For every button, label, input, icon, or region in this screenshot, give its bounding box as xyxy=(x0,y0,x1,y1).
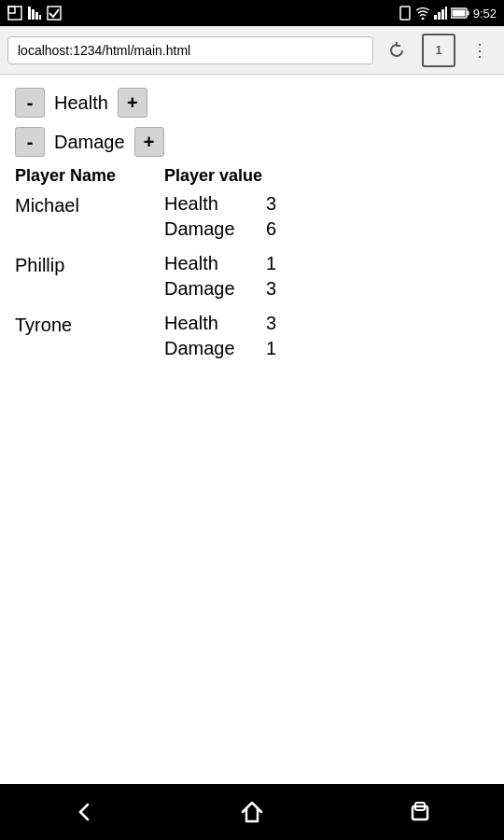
players-table: MichaelHealth3Damage6PhillipHealth1Damag… xyxy=(15,193,489,359)
col-name-header: Player Name xyxy=(15,166,164,186)
stat-value: 1 xyxy=(248,253,276,274)
player-name: Michael xyxy=(15,193,164,217)
status-bar: 9:52 xyxy=(0,0,504,26)
reload-button[interactable] xyxy=(381,34,414,67)
svg-rect-9 xyxy=(434,15,437,20)
signal-icon xyxy=(434,7,447,20)
svg-rect-5 xyxy=(39,15,41,20)
svg-rect-12 xyxy=(445,7,447,20)
stat-row: Damage1 xyxy=(164,338,276,359)
status-right-icons: 9:52 xyxy=(399,6,497,21)
player-stats: Health1Damage3 xyxy=(164,253,276,300)
stat-value: 6 xyxy=(248,218,276,240)
player-stats: Health3Damage6 xyxy=(164,193,276,240)
health-plus-button[interactable]: + xyxy=(118,88,147,118)
menu-button[interactable]: ⋮ xyxy=(463,34,497,67)
stat-type: Damage xyxy=(164,278,248,300)
status-left-icons xyxy=(7,6,62,21)
damage-minus-button[interactable]: - xyxy=(15,127,45,157)
stat-type: Health xyxy=(164,313,248,334)
battery-icon xyxy=(451,7,469,19)
svg-rect-3 xyxy=(32,9,35,20)
stat-row: Health3 xyxy=(164,193,276,215)
recents-button[interactable] xyxy=(407,799,433,825)
wifi-icon xyxy=(415,7,430,20)
damage-counter-row: - Damage + xyxy=(15,127,489,157)
stat-type: Damage xyxy=(164,338,248,359)
player-row: TyroneHealth3Damage1 xyxy=(15,313,489,359)
main-content: - Health + - Damage + Player Name Player… xyxy=(0,75,504,385)
checkbox-icon xyxy=(47,6,62,21)
stat-row: Health3 xyxy=(164,313,276,334)
stat-type: Health xyxy=(164,193,248,215)
damage-plus-button[interactable]: + xyxy=(134,127,164,157)
player-stats: Health3Damage1 xyxy=(164,313,276,359)
svg-point-8 xyxy=(421,18,424,21)
url-bar[interactable]: localhost:1234/html/main.html xyxy=(7,36,373,64)
stat-value: 1 xyxy=(248,338,276,359)
browser-bar: localhost:1234/html/main.html 1 ⋮ xyxy=(0,26,504,75)
damage-label: Damage xyxy=(54,132,125,153)
svg-rect-10 xyxy=(438,12,441,20)
bars-icon xyxy=(28,6,41,21)
stat-type: Damage xyxy=(164,218,248,240)
player-row: PhillipHealth1Damage3 xyxy=(15,253,489,300)
svg-rect-14 xyxy=(467,11,469,16)
svg-rect-15 xyxy=(452,10,465,17)
home-icon xyxy=(239,799,265,825)
table-header: Player Name Player value xyxy=(15,166,489,186)
svg-rect-2 xyxy=(28,7,31,20)
health-counter-row: - Health + xyxy=(15,88,489,118)
recents-icon xyxy=(407,799,433,825)
stat-type: Health xyxy=(164,253,248,274)
stat-value: 3 xyxy=(248,313,276,334)
player-row: MichaelHealth3Damage6 xyxy=(15,193,489,240)
reload-icon xyxy=(388,41,407,60)
col-value-header: Player value xyxy=(164,166,262,186)
health-minus-button[interactable]: - xyxy=(15,88,45,118)
svg-rect-7 xyxy=(400,7,410,20)
player-name: Tyrone xyxy=(15,313,164,336)
stat-value: 3 xyxy=(248,278,276,300)
stat-row: Health1 xyxy=(164,253,276,274)
back-button[interactable] xyxy=(71,799,97,825)
back-icon xyxy=(71,799,97,825)
svg-rect-11 xyxy=(441,9,444,20)
phone-icon xyxy=(399,6,412,21)
health-label: Health xyxy=(54,92,108,114)
bottom-nav xyxy=(0,784,504,840)
player-name: Phillip xyxy=(15,253,164,276)
svg-rect-1 xyxy=(8,7,15,13)
stat-value: 3 xyxy=(248,193,276,215)
svg-rect-4 xyxy=(35,12,38,20)
stat-row: Damage3 xyxy=(164,278,276,300)
home-button[interactable] xyxy=(239,799,265,825)
gallery-icon xyxy=(7,6,22,21)
stat-row: Damage6 xyxy=(164,218,276,240)
time-display: 9:52 xyxy=(473,7,497,21)
tab-count[interactable]: 1 xyxy=(422,34,455,67)
